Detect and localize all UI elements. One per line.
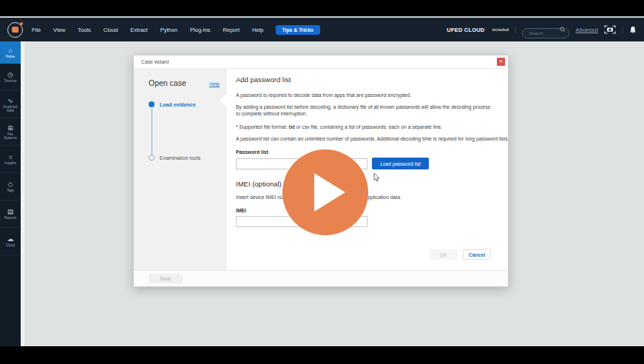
play-triangle-icon (314, 173, 345, 212)
mouse-cursor (373, 173, 380, 182)
sidebar-item-timeline[interactable]: ◷ Timeline (0, 64, 21, 91)
menu-items: File View Tools Cloud Extract Python Plu… (32, 27, 264, 33)
search-box (522, 24, 569, 35)
logo-notification-dot (20, 22, 23, 25)
topbar-right-cluster: UFED CLOUD included | Advanced | (447, 24, 637, 35)
dialog-title: Case wizard (141, 59, 169, 64)
sidebar-item-label: Insights (1, 161, 20, 165)
menu-help[interactable]: Help (252, 27, 263, 33)
sidebar-item-analyzed-data[interactable]: ∿ Analyzed Data (0, 91, 21, 118)
menu-plugins[interactable]: Plug-Ins (190, 27, 211, 33)
cancel-button[interactable]: Cancel (463, 249, 491, 260)
separator: | (622, 26, 623, 33)
sidebar-item-label: Tags (1, 189, 20, 192)
sidebar-item-home[interactable]: ⌂ Home (0, 41, 21, 64)
home-icon: ⌂ (8, 47, 12, 54)
back-button[interactable]: Back (149, 274, 183, 283)
wizard-steps-panel: Open case Help Load evidence Examination… (134, 69, 226, 270)
search-icon (560, 27, 566, 33)
step-inactive-dot-icon (149, 155, 155, 161)
tips-tricks-button[interactable]: Tips & Tricks (276, 25, 320, 35)
separator: | (515, 26, 516, 33)
menu-report[interactable]: Report (223, 27, 240, 33)
panel-header: Open case Help (149, 78, 220, 87)
password-list-note: A password list can contain an unlimited… (236, 135, 493, 142)
ufed-cloud-brand: UFED CLOUD (447, 27, 484, 33)
sidebar-item-insights[interactable]: ☼ Insights (0, 146, 21, 173)
dialog-title-bar: Case wizard ✕ (134, 55, 508, 69)
format-rest: or csv file, containing a list of passwo… (295, 124, 442, 129)
sidebar-item-label: Analyzed Data (1, 105, 20, 112)
password-intro-text: A password is required to decode data fr… (236, 92, 493, 98)
sidebar-item-label: File Systems (1, 132, 20, 140)
help-link[interactable]: Help (209, 81, 220, 87)
analyzed-data-wave-icon: ∿ (7, 97, 13, 104)
letterbox-top (0, 0, 644, 16)
menu-extract[interactable]: Extract (130, 27, 147, 33)
open-case-heading: Open case (149, 78, 186, 87)
sidebar-item-label: Home (1, 55, 20, 58)
dialog-content: Add password list A password is required… (226, 69, 508, 270)
dialog-footer: Back (134, 270, 508, 286)
app-logo-icon[interactable] (7, 22, 23, 38)
screenshot-camera-icon[interactable] (604, 25, 616, 34)
step-connector-line (152, 109, 152, 155)
top-menu-bar: File View Tools Cloud Extract Python Plu… (0, 18, 644, 41)
close-icon[interactable]: ✕ (497, 58, 505, 66)
menu-view[interactable]: View (53, 27, 65, 33)
insights-bulb-icon: ☼ (7, 153, 13, 161)
video-frame: File View Tools Cloud Extract Python Plu… (0, 0, 644, 364)
password-list-row: Load password list (236, 158, 493, 169)
active-step-notch (220, 94, 226, 107)
menu-tools[interactable]: Tools (78, 27, 91, 33)
step-label: Load evidence (160, 102, 196, 107)
wizard-steps: Load evidence Examination tools (149, 101, 220, 161)
sidebar-item-tags[interactable]: ◇ Tags (0, 173, 21, 200)
brand-included-label: included (492, 27, 509, 32)
dialog-action-buttons: OK Cancel (430, 249, 491, 260)
logo-device-glyph (12, 27, 18, 33)
password-list-label: Password list (236, 149, 493, 155)
timeline-clock-icon: ◷ (7, 71, 13, 78)
add-password-list-heading: Add password list (236, 75, 493, 84)
content-spacer (236, 227, 493, 249)
ok-button[interactable]: OK (430, 249, 458, 260)
letterbox-bottom (0, 346, 644, 364)
step-label: Examination tools (160, 155, 200, 161)
file-systems-tree-icon: ⊞ (7, 124, 13, 132)
step-examination-tools[interactable]: Examination tools (149, 154, 220, 161)
file-format-note: * Supported file format: txt or csv file… (236, 124, 493, 130)
reports-document-icon: ▤ (7, 208, 14, 215)
sidebar-item-cloud[interactable]: ☁ Cloud (0, 228, 21, 255)
password-description-text: By adding a password list before decodin… (236, 104, 493, 117)
cloud-icon: ☁ (7, 235, 14, 243)
load-password-list-button[interactable]: Load password list (372, 158, 429, 169)
notifications-bell-icon[interactable] (629, 26, 637, 34)
sidebar-item-label: Cloud (1, 243, 20, 247)
menu-file[interactable]: File (32, 27, 41, 33)
format-bold: txt (288, 124, 294, 129)
workspace-left-strip (21, 41, 24, 346)
format-prefix: * Supported file format: (236, 124, 288, 129)
tags-icon: ◇ (8, 181, 13, 188)
sidebar-item-file-systems[interactable]: ⊞ File Systems (0, 118, 21, 146)
play-button[interactable] (282, 149, 368, 235)
left-nav-sidebar: ⌂ Home ◷ Timeline ∿ Analyzed Data ⊞ File… (0, 41, 21, 346)
sidebar-item-reports[interactable]: ▤ Reports (0, 200, 21, 228)
step-active-dot-icon (149, 101, 155, 107)
sidebar-item-label: Timeline (1, 79, 20, 83)
menu-cloud[interactable]: Cloud (104, 27, 118, 33)
sidebar-item-label: Reports (1, 216, 20, 220)
menu-python[interactable]: Python (160, 27, 177, 33)
advanced-search-link[interactable]: Advanced (575, 27, 597, 33)
imei-row (236, 216, 493, 227)
step-load-evidence[interactable]: Load evidence (149, 101, 220, 108)
